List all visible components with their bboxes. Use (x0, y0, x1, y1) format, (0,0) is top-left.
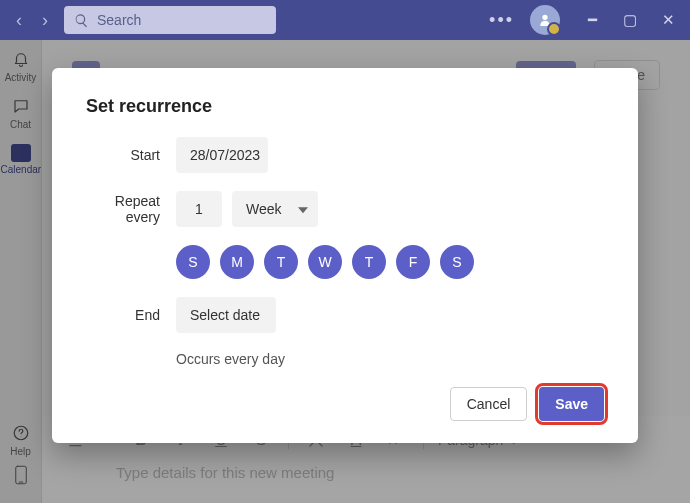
repeat-count-field[interactable]: 1 (176, 191, 222, 227)
repeat-unit-value: Week (246, 201, 282, 217)
repeat-unit-select[interactable]: Week (232, 191, 318, 227)
maximize-button[interactable]: ▢ (614, 4, 646, 36)
more-menu[interactable]: ••• (479, 10, 524, 31)
person-icon (537, 12, 553, 28)
cancel-button[interactable]: Cancel (450, 387, 528, 421)
repeat-label: Repeat every (86, 193, 176, 225)
start-label: Start (86, 147, 176, 163)
forward-button[interactable]: › (34, 10, 56, 31)
day-monday[interactable]: M (220, 245, 254, 279)
close-window-button[interactable]: ✕ (652, 4, 684, 36)
title-bar: ‹ › Search ••• ━ ▢ ✕ (0, 0, 690, 40)
search-placeholder: Search (97, 12, 141, 28)
window-controls: ━ ▢ ✕ (566, 4, 684, 36)
save-button[interactable]: Save (539, 387, 604, 421)
day-tuesday[interactable]: T (264, 245, 298, 279)
day-wednesday[interactable]: W (308, 245, 342, 279)
end-row: End Select date (86, 297, 604, 333)
back-button[interactable]: ‹ (8, 10, 30, 31)
search-input[interactable]: Search (64, 6, 276, 34)
day-friday[interactable]: F (396, 245, 430, 279)
modal-overlay: Set recurrence Start 28/07/2023 Repeat e… (0, 40, 690, 503)
end-date-value: Select date (190, 307, 260, 323)
modal-title: Set recurrence (86, 96, 604, 117)
minimize-button[interactable]: ━ (576, 4, 608, 36)
day-sunday[interactable]: S (176, 245, 210, 279)
start-row: Start 28/07/2023 (86, 137, 604, 173)
repeat-row: Repeat every 1 Week (86, 191, 604, 227)
start-date-field[interactable]: 28/07/2023 (176, 137, 268, 173)
recurrence-summary: Occurs every day (86, 351, 604, 367)
day-thursday[interactable]: T (352, 245, 386, 279)
repeat-count-value: 1 (195, 201, 203, 217)
weekday-row: S M T W T F S (86, 245, 604, 279)
end-date-field[interactable]: Select date (176, 297, 276, 333)
avatar[interactable] (530, 5, 560, 35)
end-label: End (86, 307, 176, 323)
day-saturday[interactable]: S (440, 245, 474, 279)
modal-actions: Cancel Save (86, 387, 604, 421)
search-icon (74, 13, 89, 28)
start-date-value: 28/07/2023 (190, 147, 260, 163)
nav-arrows: ‹ › (6, 10, 58, 31)
recurrence-modal: Set recurrence Start 28/07/2023 Repeat e… (52, 68, 638, 443)
